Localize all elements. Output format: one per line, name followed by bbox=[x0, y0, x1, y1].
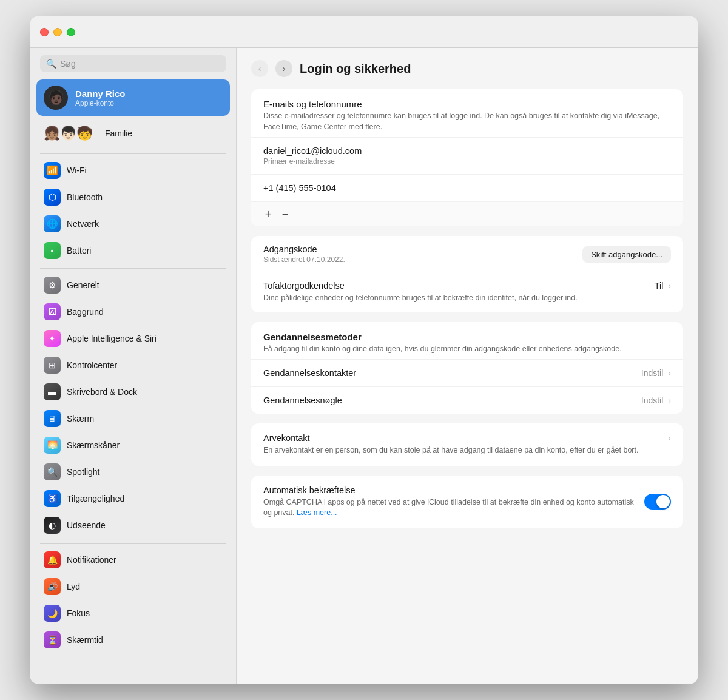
minimize-button[interactable] bbox=[53, 28, 62, 36]
desktop-icon: ▬ bbox=[44, 383, 61, 400]
legacy-info: Arvekontakt En arvekontakt er en person,… bbox=[263, 433, 668, 456]
legacy-desc: En arvekontakt er en person, som du kan … bbox=[263, 445, 668, 456]
phone-value: +1 (415) 555-0104 bbox=[263, 183, 671, 193]
forward-button[interactable]: › bbox=[275, 60, 292, 77]
auto-verify-toggle[interactable] bbox=[644, 494, 671, 510]
sidebar-item-sound[interactable]: 🔊 Lyd bbox=[36, 574, 230, 599]
sidebar: 🔍 Søg 🧑🏿 Danny Rico Apple-konto 👧🏽👦🏻🧒 Fa… bbox=[30, 48, 237, 684]
sidebar-item-appearance[interactable]: ◐ Udseende bbox=[36, 513, 230, 538]
sidebar-item-label: Bluetooth bbox=[67, 192, 103, 202]
remove-button[interactable]: − bbox=[277, 207, 294, 221]
sidebar-item-label: Wi-Fi bbox=[67, 166, 87, 175]
sidebar-item-battery[interactable]: ▪ Batteri bbox=[36, 238, 230, 263]
sidebar-item-baggrund[interactable]: 🖼 Baggrund bbox=[36, 299, 230, 325]
sidebar-item-label: Skærm bbox=[67, 414, 94, 423]
back-button[interactable]: ‹ bbox=[251, 60, 268, 77]
password-section: Adgangskode Sidst ændret 07.10.2022. Ski… bbox=[251, 236, 683, 312]
sidebar-item-label: Apple Intelligence & Siri bbox=[67, 334, 157, 343]
sidebar-item-label: Skrivebord & Dock bbox=[67, 387, 137, 397]
siri-icon: ✦ bbox=[44, 330, 61, 347]
sidebar-item-siri[interactable]: ✦ Apple Intelligence & Siri bbox=[36, 326, 230, 351]
password-subtitle: Sidst ændret 07.10.2022. bbox=[263, 255, 582, 264]
main-content: ‹ › Login og sikkerhed E-mails og telefo… bbox=[237, 48, 698, 684]
recovery-contacts-label: Gendannelseskontakter bbox=[263, 368, 641, 378]
recovery-key-right: Indstil › bbox=[641, 395, 671, 405]
email-value: daniel_rico1@icloud.com bbox=[263, 146, 671, 156]
network-icon: 🌐 bbox=[44, 215, 61, 232]
auto-verify-info: Automatisk bekræftelse Omgå CAPTCHA i ap… bbox=[263, 485, 635, 519]
notifications-icon: 🔔 bbox=[44, 551, 61, 568]
search-bar[interactable]: 🔍 Søg bbox=[40, 55, 226, 72]
sidebar-item-focus[interactable]: 🌙 Fokus bbox=[36, 601, 230, 626]
close-button[interactable] bbox=[40, 28, 49, 36]
sidebar-user-item[interactable]: 🧑🏿 Danny Rico Apple-konto bbox=[36, 79, 230, 116]
sidebar-item-label: Spotlight bbox=[67, 467, 99, 477]
recovery-title: Gendannelsesmetoder bbox=[263, 332, 671, 342]
divider2 bbox=[40, 268, 226, 269]
twofa-info: Tofaktorgodkendelse Dine pålidelige enhe… bbox=[263, 281, 655, 304]
avatar: 🧑🏿 bbox=[44, 86, 68, 110]
add-button[interactable]: + bbox=[260, 207, 277, 221]
sidebar-item-desktop[interactable]: ▬ Skrivebord & Dock bbox=[36, 379, 230, 405]
family-label: Familie bbox=[105, 129, 132, 138]
legacy-right: › bbox=[668, 433, 671, 443]
sidebar-item-label: Udseende bbox=[67, 520, 106, 530]
sidebar-item-wifi[interactable]: 📶 Wi-Fi bbox=[36, 158, 230, 183]
user-subtitle: Apple-konto bbox=[75, 99, 126, 107]
legacy-title: Arvekontakt bbox=[263, 433, 668, 443]
page-title: Login og sikkerhed bbox=[300, 62, 411, 76]
sidebar-item-screentime[interactable]: ⏳ Skærmtid bbox=[36, 627, 230, 653]
add-remove-bar: + − bbox=[251, 201, 683, 226]
sound-icon: 🔊 bbox=[44, 578, 61, 595]
control-icon: ⊞ bbox=[44, 357, 61, 374]
emails-header: E-mails og telefonnumre Disse e-mailadre… bbox=[251, 89, 683, 137]
maximize-button[interactable] bbox=[67, 28, 75, 36]
spotlight-icon: 🔍 bbox=[44, 463, 61, 480]
search-placeholder: Søg bbox=[60, 59, 76, 69]
recovery-contacts-row[interactable]: Gendannelseskontakter Indstil › bbox=[251, 359, 683, 386]
sidebar-item-label: Notifikationer bbox=[67, 555, 116, 565]
main-window: 🔍 Søg 🧑🏿 Danny Rico Apple-konto 👧🏽👦🏻🧒 Fa… bbox=[30, 16, 698, 684]
user-name: Danny Rico bbox=[75, 89, 126, 99]
emails-section: E-mails og telefonnumre Disse e-mailadre… bbox=[251, 89, 683, 226]
sidebar-item-accessibility[interactable]: ♿ Tilgængelighed bbox=[36, 486, 230, 511]
sidebar-item-spotlight[interactable]: 🔍 Spotlight bbox=[36, 459, 230, 485]
recovery-key-value: Indstil bbox=[641, 395, 664, 405]
wifi-icon: 📶 bbox=[44, 162, 61, 179]
accessibility-icon: ♿ bbox=[44, 490, 61, 507]
bluetooth-icon: ⬡ bbox=[44, 189, 61, 206]
sidebar-item-control[interactable]: ⊞ Kontrolcenter bbox=[36, 352, 230, 378]
sidebar-item-label: Netværk bbox=[67, 219, 99, 229]
chevron-right-icon: › bbox=[668, 395, 671, 405]
legacy-section[interactable]: Arvekontakt En arvekontakt er en person,… bbox=[251, 423, 683, 466]
sidebar-item-label: Baggrund bbox=[67, 307, 104, 317]
divider bbox=[40, 153, 226, 154]
sidebar-item-label: Fokus bbox=[67, 608, 90, 618]
sidebar-item-label: Skærmtid bbox=[67, 635, 103, 645]
sidebar-item-familie[interactable]: 👧🏽👦🏻🧒 Familie bbox=[36, 121, 230, 146]
sidebar-item-display[interactable]: 🖥 Skærm bbox=[36, 406, 230, 431]
twofa-status: Til bbox=[655, 281, 663, 291]
sidebar-item-notifications[interactable]: 🔔 Notifikationer bbox=[36, 547, 230, 573]
recovery-contacts-right: Indstil › bbox=[641, 368, 671, 378]
chevron-right-icon: › bbox=[668, 281, 671, 291]
nav-header: ‹ › Login og sikkerhed bbox=[251, 60, 683, 77]
recovery-key-row[interactable]: Gendannelsesnøgle Indstil › bbox=[251, 386, 683, 414]
recovery-desc: Få adgang til din konto og dine data ige… bbox=[263, 344, 671, 355]
recovery-section: Gendannelsesmetoder Få adgang til din ko… bbox=[251, 322, 683, 414]
sidebar-item-bluetooth[interactable]: ⬡ Bluetooth bbox=[36, 184, 230, 210]
change-password-button[interactable]: Skift adgangskode... bbox=[582, 246, 671, 263]
sidebar-item-general[interactable]: ⚙ Generelt bbox=[36, 272, 230, 298]
auto-verify-title: Automatisk bekræftelse bbox=[263, 485, 635, 495]
divider3 bbox=[40, 543, 226, 544]
sidebar-item-label: Generelt bbox=[67, 280, 99, 290]
display-icon: 🖥 bbox=[44, 410, 61, 427]
focus-icon: 🌙 bbox=[44, 605, 61, 622]
password-row: Adgangskode Sidst ændret 07.10.2022. Ski… bbox=[251, 236, 683, 272]
email-entry: daniel_rico1@icloud.com Primær e-mailadr… bbox=[251, 137, 683, 174]
auto-verify-link[interactable]: Læs mere... bbox=[297, 508, 337, 517]
password-title: Adgangskode bbox=[263, 244, 582, 254]
twofa-row[interactable]: Tofaktorgodkendelse Dine pålidelige enhe… bbox=[251, 272, 683, 312]
sidebar-item-screensaver[interactable]: 🌅 Skærmskåner bbox=[36, 432, 230, 458]
sidebar-item-network[interactable]: 🌐 Netværk bbox=[36, 211, 230, 237]
